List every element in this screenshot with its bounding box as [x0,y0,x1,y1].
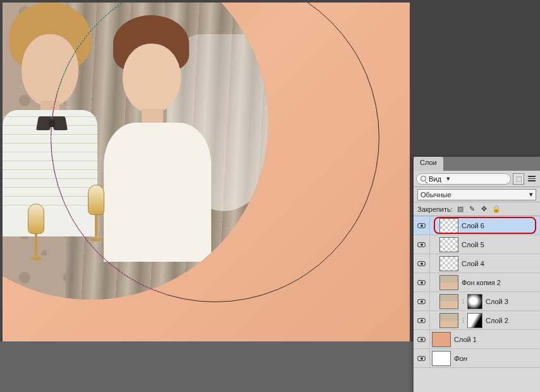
panel-tab-bar: Слои [414,157,540,171]
lock-paint-icon[interactable]: ✎ [468,205,477,214]
canvas-pasteboard [0,341,414,392]
lock-transparency-icon[interactable]: ▨ [456,205,465,214]
champagne-glass-icon [88,185,104,242]
chevron-down-icon: ▾ [444,173,453,185]
layer-thumbnail[interactable] [439,275,458,290]
layer-indent [430,311,438,329]
layer-indent [430,235,438,254]
blend-mode-value: Обычные [420,191,451,199]
search-icon [420,176,426,181]
visibility-toggle[interactable] [414,235,430,254]
layer-indent [430,292,438,310]
lock-label: Закрепить: [417,205,453,213]
workspace: Слои Вид ▾ ⬚ Обычные ▾ Закрепить: ▨ ✎ ✥ … [0,0,540,392]
layer-row[interactable]: Фон [414,349,540,368]
layer-indent [430,273,438,291]
layers-list: Слой 6Слой 5Слой 4Фон копия 2⋮Слой 3⋮Сло… [414,216,540,392]
layer-row[interactable]: Слой 5 [414,235,540,254]
layer-filter-select[interactable]: Вид ▾ [416,173,511,185]
photo-vignette [3,3,268,300]
visibility-toggle[interactable] [414,216,430,235]
layer-row[interactable]: ⋮Слой 2 [414,311,540,330]
layer-thumbnail[interactable] [432,332,451,347]
layer-row[interactable]: Слой 6 [414,216,540,235]
lock-position-icon[interactable]: ✥ [480,205,489,214]
mask-link-icon[interactable]: ⋮ [460,317,465,324]
layer-thumbnail[interactable] [439,294,458,309]
layer-name-label[interactable]: Слой 4 [460,260,484,267]
visibility-toggle[interactable] [414,292,430,310]
blend-mode-row: Обычные ▾ [414,187,540,202]
visibility-toggle[interactable] [414,311,430,329]
tab-layers[interactable]: Слои [414,157,443,171]
layer-name-label[interactable]: Слой 5 [460,241,484,248]
layer-mask-thumbnail[interactable] [467,294,482,309]
layer-thumbnail[interactable] [439,313,458,328]
layer-row[interactable]: Слой 1 [414,330,540,349]
visibility-toggle[interactable] [414,273,430,291]
layer-name-label[interactable]: Слой 6 [460,222,484,230]
panel-filter-bar: Вид ▾ ⬚ [414,171,540,187]
eye-icon [417,318,426,323]
layer-name-label[interactable]: Фон [453,355,467,362]
eye-icon [417,356,426,361]
filter-toggle-button[interactable]: ⬚ [513,173,524,185]
layer-indent [430,216,438,235]
layer-name-label[interactable]: Слой 1 [453,336,477,343]
visibility-toggle[interactable] [414,330,430,348]
layer-row[interactable]: Фон копия 2 [414,273,540,292]
visibility-toggle[interactable] [414,254,430,273]
visibility-toggle[interactable] [414,349,430,367]
filter-label: Вид [429,175,441,183]
blend-mode-select[interactable]: Обычные ▾ [417,189,536,200]
layer-name-label[interactable]: Фон копия 2 [460,279,501,286]
eye-icon [417,261,426,266]
layer-row[interactable]: Слой 4 [414,254,540,273]
bowtie-icon [37,116,66,130]
canvas[interactable] [3,3,410,344]
eye-icon [417,299,426,304]
layer-name-label[interactable]: Слой 2 [484,317,508,324]
eye-icon [417,280,426,285]
layer-row[interactable]: ⋮Слой 3 [414,292,540,311]
chevron-down-icon: ▾ [529,190,533,199]
champagne-glass-icon [28,204,44,260]
layer-indent [430,254,438,273]
layer-mask-thumbnail[interactable] [467,313,482,328]
lock-all-icon[interactable]: 🔒 [492,205,501,214]
layer-thumbnail[interactable] [439,256,458,271]
layer-thumbnail[interactable] [439,237,458,252]
lock-row: Закрепить: ▨ ✎ ✥ 🔒 [414,202,540,216]
layer-name-label[interactable]: Слой 3 [484,298,508,305]
canvas-area [0,0,414,392]
eye-icon [417,337,426,342]
layer-thumbnail[interactable] [432,351,451,366]
eye-icon [417,242,426,247]
layer-thumbnail[interactable] [439,218,458,233]
eye-icon [417,223,426,228]
panel-menu-button[interactable] [526,173,537,185]
mask-link-icon[interactable]: ⋮ [460,298,465,305]
layers-panel: Слои Вид ▾ ⬚ Обычные ▾ Закрепить: ▨ ✎ ✥ … [414,157,540,392]
